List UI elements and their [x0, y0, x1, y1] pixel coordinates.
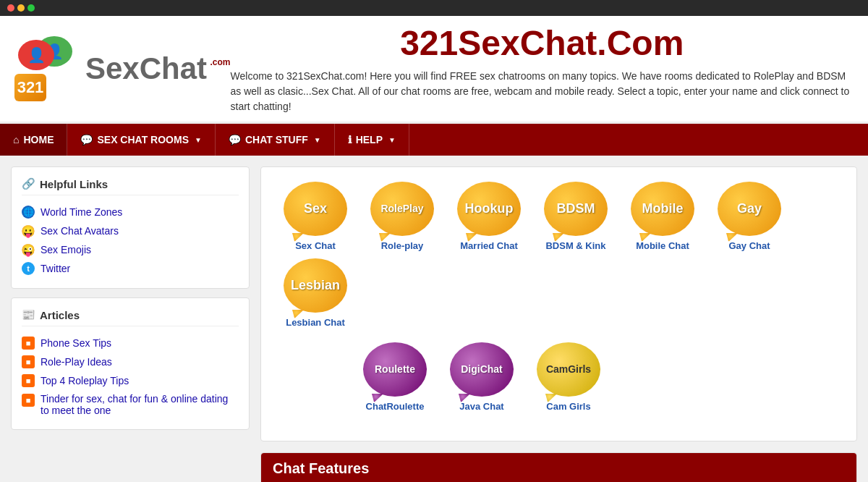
room-bubble-bdsm: BDSM	[544, 182, 608, 236]
rooms-row-2: Roulette ChatRoulette DigiChat Java Chat…	[276, 342, 842, 412]
room-bubble-label-lesbian: Lesbian	[291, 279, 340, 293]
article-icon-3: ■	[22, 374, 35, 387]
dropdown-caret-3: ▼	[388, 136, 396, 144]
room-caption-camgirls: Cam Girls	[546, 401, 590, 412]
logo-bubbles: 👤 👤 321	[14, 36, 80, 101]
chat-icon-1: 💬	[80, 134, 93, 145]
person-icon-red: 👤	[27, 46, 46, 64]
room-caption-sex: Sex Chat	[295, 240, 336, 251]
room-roulette[interactable]: Roulette ChatRoulette	[355, 342, 435, 412]
header-text-area: 321SexChat.Com Welcome to 321SexChat.com…	[231, 23, 854, 114]
room-bubble-digichat: DigiChat	[450, 342, 514, 397]
logo-area: 👤 👤 321 SexChat .com	[14, 36, 231, 101]
room-camgirls[interactable]: CamGirls Cam Girls	[529, 342, 608, 412]
topbar	[0, 0, 868, 16]
room-caption-roleplay: Role-play	[381, 240, 424, 251]
nav-help-label: HELP	[356, 134, 383, 145]
main-nav: ⌂ HOME 💬 SEX CHAT ROOMS ▼ 💬 CHAT STUFF ▼…	[0, 124, 868, 156]
room-caption-lesbian: Lesbian Chat	[286, 317, 345, 328]
nav-sex-chat-rooms-label: SEX CHAT ROOMS	[97, 134, 189, 145]
logo-text-group: SexChat .com	[85, 54, 231, 84]
room-bubble-label-camgirls: CamGirls	[546, 364, 591, 375]
article-icon-4: ■	[22, 394, 35, 407]
info-icon: ℹ	[348, 134, 352, 145]
nav-chat-stuff-label: CHAT STUFF	[245, 134, 308, 145]
nav-help[interactable]: ℹ HELP ▼	[335, 124, 409, 156]
title-sex: Sex	[458, 24, 519, 62]
logo-sexchat-text: SexChat	[85, 51, 207, 85]
room-bubble-roleplay: RolePlay	[370, 182, 434, 236]
chat-features-title: Chat Features	[273, 460, 369, 476]
minimize-dot	[17, 4, 25, 12]
room-bubble-label-gay: Gay	[737, 202, 762, 216]
room-bubble-label-bdsm: BDSM	[557, 202, 595, 216]
room-digichat[interactable]: DigiChat Java Chat	[442, 342, 522, 412]
sidebar-link-role-play-ideas[interactable]: ■ Role-Play Ideas	[22, 352, 239, 371]
nav-home-label: HOME	[23, 134, 54, 145]
logo-321: 321	[14, 74, 46, 101]
nav-chat-stuff[interactable]: 💬 CHAT STUFF ▼	[216, 124, 335, 156]
room-bubble-lesbian: Lesbian	[284, 258, 347, 313]
room-sex[interactable]: Sex Sex Chat	[276, 182, 355, 251]
room-bubble-label-roleplay: RolePlay	[380, 203, 423, 214]
room-bubble-label-hookup: Hookup	[465, 202, 514, 216]
main-content: 🔗 Helpful Links 🌐 World Time Zones 😛 Sex…	[0, 156, 868, 482]
room-caption-roulette: ChatRoulette	[366, 401, 425, 412]
room-bubble-mobile: Mobile	[631, 182, 694, 236]
room-lesbian[interactable]: Lesbian Lesbian Chat	[276, 258, 355, 328]
room-bdsm[interactable]: BDSM BDSM & Kink	[536, 182, 616, 251]
articles-icon: 📰	[22, 308, 35, 321]
sidebar-link-top-4-roleplay[interactable]: ■ Top 4 Roleplay Tips	[22, 371, 239, 390]
room-mobile[interactable]: Mobile Mobile Chat	[623, 182, 702, 251]
sidebar-link-sex-emojis[interactable]: 😜 Sex Emojis	[22, 240, 239, 259]
site-header: 👤 👤 321 SexChat .com 321SexChat.Com Welc…	[0, 16, 868, 124]
room-roleplay[interactable]: RolePlay Role-play	[362, 182, 442, 251]
sidebar-link-phone-sex-tips[interactable]: ■ Phone Sex Tips	[22, 334, 239, 352]
helpful-links-title: 🔗 Helpful Links	[22, 177, 239, 195]
rooms-row-1: Sex Sex Chat RolePlay Role-play Hookup M…	[276, 182, 842, 328]
title-321: 321	[400, 24, 458, 62]
articles-box: 📰 Articles ■ Phone Sex Tips ■ Role-Play …	[11, 297, 250, 430]
logo-bubble-red: 👤	[18, 40, 54, 70]
twitter-icon: t	[22, 262, 35, 275]
room-bubble-label-roulette: Roulette	[375, 364, 415, 375]
nav-home[interactable]: ⌂ HOME	[0, 124, 67, 156]
chat-features-header: Chat Features	[261, 453, 856, 482]
room-caption-gay: Gay Chat	[728, 240, 770, 251]
room-bubble-roulette: Roulette	[363, 342, 427, 397]
rooms-grid: Sex Sex Chat RolePlay Role-play Hookup M…	[260, 166, 857, 441]
helpful-links-box: 🔗 Helpful Links 🌐 World Time Zones 😛 Sex…	[11, 166, 250, 289]
room-bubble-label-sex: Sex	[304, 202, 327, 216]
room-caption-bdsm: BDSM & Kink	[545, 240, 605, 251]
chat-icon-2: 💬	[229, 134, 241, 145]
article-icon-2: ■	[22, 355, 35, 368]
room-bubble-hookup: Hookup	[457, 182, 521, 236]
article-icon-1: ■	[22, 337, 35, 350]
sidebar-link-world-time-zones[interactable]: 🌐 World Time Zones	[22, 203, 239, 221]
room-gay[interactable]: Gay Gay Chat	[710, 182, 789, 251]
home-icon: ⌂	[13, 134, 19, 145]
sidebar-link-twitter[interactable]: t Twitter	[22, 259, 239, 278]
dropdown-caret-2: ▼	[314, 136, 321, 144]
window-controls	[7, 4, 35, 12]
globe-icon: 🌐	[22, 206, 35, 219]
title-chat: Chat.Com	[520, 24, 684, 62]
site-title: 321SexChat.Com	[231, 23, 854, 63]
room-hookup[interactable]: Hookup Married Chat	[449, 182, 529, 251]
helpful-links-icon: 🔗	[22, 177, 35, 190]
room-caption-mobile: Mobile Chat	[636, 240, 689, 251]
content-area: Sex Sex Chat RolePlay Role-play Hookup M…	[260, 166, 857, 482]
sidebar-link-tinder[interactable]: ■ Tinder for sex, chat for fun & online …	[22, 390, 239, 419]
sidebar-link-sex-chat-avatars[interactable]: 😛 Sex Chat Avatars	[22, 221, 239, 240]
dropdown-caret-1: ▼	[195, 136, 202, 144]
room-caption-hookup: Married Chat	[460, 240, 517, 251]
nav-sex-chat-rooms[interactable]: 💬 SEX CHAT ROOMS ▼	[67, 124, 215, 156]
room-bubble-gay: Gay	[718, 182, 781, 236]
logo-com: .com	[210, 58, 231, 67]
room-bubble-sex: Sex	[284, 182, 347, 236]
room-bubble-label-mobile: Mobile	[642, 202, 684, 216]
emoji-icon: 😜	[22, 243, 35, 256]
chat-features-section: Chat Features User Options These are key…	[260, 452, 857, 482]
maximize-dot	[27, 4, 35, 12]
close-dot	[7, 4, 14, 12]
